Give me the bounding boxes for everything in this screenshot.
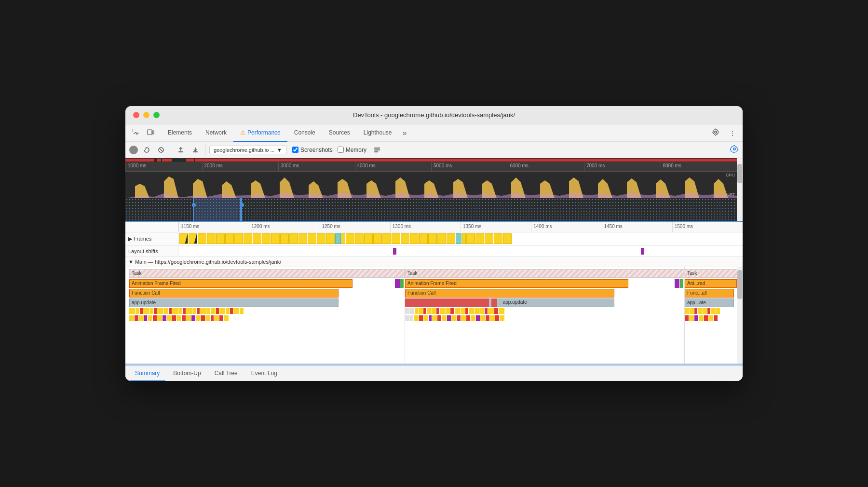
net-label: NET (726, 192, 735, 197)
devtools-panel: Elements Network ⚠ Performance Console S… (125, 124, 743, 381)
main-tick-1: 1200 ms (249, 222, 319, 232)
task-group-2: Task Animation Frame Fired Function Call (405, 267, 685, 364)
toolbar-separator (171, 145, 171, 155)
ruler-tick-6: 7000 ms (584, 162, 661, 171)
green-anim-1 (400, 279, 404, 288)
svg-line-5 (160, 149, 163, 151)
ruler-tick-4: 5000 ms (431, 162, 508, 171)
svg-rect-6 (178, 151, 183, 152)
tab-bottom-up[interactable]: Bottom-Up (167, 366, 206, 381)
clear-perf-button[interactable] (371, 144, 383, 156)
main-scrollbar-thumb[interactable] (737, 270, 742, 299)
svg-rect-1 (133, 129, 133, 132)
mini-blocks-2 (129, 315, 405, 321)
tab-lighthouse[interactable]: Lighthouse (357, 124, 399, 142)
app-update-1: app.update (129, 298, 339, 307)
svg-rect-10 (374, 151, 378, 152)
toolbar: googlechrome.github.io ... ▼ Screenshots… (125, 142, 743, 158)
perf-settings-icon[interactable] (730, 145, 739, 155)
svg-rect-3 (152, 131, 154, 134)
mini-blocks-6 (685, 315, 743, 321)
animation-frame-1: Animation Frame Fired (129, 279, 353, 288)
layout-shifts-content (178, 246, 743, 256)
tab-bar: Elements Network ⚠ Performance Console S… (125, 124, 743, 142)
main-tick-6: 1450 ms (602, 222, 672, 232)
green-anim-2 (680, 279, 683, 288)
screenshots-strip (125, 198, 737, 221)
task-block-1: Task (129, 269, 405, 278)
svg-rect-7 (193, 151, 198, 152)
tab-summary[interactable]: Summary (129, 366, 165, 381)
tab-network[interactable]: Network (199, 124, 233, 142)
memory-checkbox[interactable]: Memory (338, 147, 366, 153)
toolbar-options: Screenshots Memory (292, 144, 383, 156)
main-tick-0: 1150 ms (178, 222, 249, 232)
purple-anim-2 (675, 279, 679, 288)
main-scrollbar[interactable] (737, 267, 743, 364)
tab-event-log[interactable]: Event Log (245, 366, 283, 381)
task-group-3: Task Ani...red Func...all app...ate (685, 267, 743, 364)
app-update-label: app.update (503, 299, 527, 305)
mini-blocks-5 (685, 308, 743, 314)
settings-icon[interactable] (709, 126, 722, 139)
devtools-window: DevTools - googlechrome.github.io/devtoo… (125, 106, 743, 381)
mini-blocks-1 (129, 308, 405, 314)
ruler-tick-1: 2000 ms (202, 162, 279, 171)
more-tabs-button[interactable]: » (399, 129, 411, 137)
maximize-button[interactable] (153, 112, 160, 118)
svg-rect-2 (148, 130, 152, 135)
overview-scrollbar[interactable] (737, 158, 743, 221)
ruler-tick-5: 6000 ms (508, 162, 584, 171)
tab-bar-right: ⋮ (709, 126, 739, 139)
purple-anim-1 (395, 279, 400, 288)
close-button[interactable] (133, 112, 139, 118)
main-ruler: 1150 ms 1200 ms 1250 ms 1300 ms 1350 ms … (125, 222, 743, 232)
main-tick-4: 1350 ms (461, 222, 531, 232)
function-call-1: Function Call (129, 289, 339, 298)
selection-overlay[interactable] (193, 198, 241, 221)
tab-elements[interactable]: Elements (161, 124, 199, 142)
more-options-icon[interactable]: ⋮ (726, 127, 739, 139)
app-update-red2 (491, 298, 497, 307)
tab-console[interactable]: Console (287, 124, 322, 142)
frames-track: ▶ Frames // Will be rendered below (125, 232, 743, 246)
main-tick-7: 1500 ms (672, 222, 743, 232)
progress-bar (125, 364, 743, 365)
toolbar-separator-2 (205, 145, 205, 155)
timeline-overview[interactable]: 1000 ms 2000 ms 3000 ms 4000 ms 5000 ms … (125, 158, 743, 221)
minimize-button[interactable] (143, 112, 149, 118)
upload-button[interactable] (175, 144, 187, 156)
download-button[interactable] (190, 144, 201, 156)
layout-shift-2 (641, 248, 644, 255)
screenshots-checkbox[interactable]: Screenshots (292, 147, 333, 153)
scrollbar-thumb[interactable] (737, 164, 742, 183)
traffic-lights (133, 112, 160, 118)
url-dropdown[interactable]: googlechrome.github.io ... ▼ (209, 146, 286, 154)
main-timeline: 1150 ms 1200 ms 1250 ms 1300 ms 1350 ms … (125, 221, 743, 365)
app-update-3: app...ate (685, 298, 734, 307)
svg-rect-9 (374, 149, 380, 150)
tab-performance[interactable]: ⚠ Performance (233, 124, 287, 142)
device-toolbar-icon[interactable] (144, 126, 157, 139)
tab-call-tree[interactable]: Call Tree (209, 366, 244, 381)
animation-frame-3: Ani...red (685, 279, 737, 288)
inspect-element-icon[interactable] (129, 126, 143, 139)
task-block-2: Task (405, 269, 684, 278)
reload-button[interactable] (141, 144, 152, 156)
ruler-tick-0: 1000 ms (125, 162, 202, 171)
svg-rect-8 (374, 148, 380, 149)
tab-bar-left-icons (129, 126, 157, 139)
overview-ruler: 1000 ms 2000 ms 3000 ms 4000 ms 5000 ms … (125, 162, 737, 172)
mini-blocks-4 (405, 315, 684, 321)
main-tick-5: 1400 ms (531, 222, 601, 232)
function-call-3: Func...all (685, 289, 734, 298)
layout-shifts-track: Layout shifts (125, 246, 743, 257)
record-button[interactable] (129, 146, 138, 154)
frames-label: ▶ Frames (125, 232, 178, 245)
app-update-red (405, 298, 489, 307)
mini-blocks-3 (405, 308, 684, 314)
layout-shift-1 (393, 248, 396, 255)
clear-button[interactable] (155, 144, 167, 156)
tab-sources[interactable]: Sources (322, 124, 357, 142)
animation-frame-2: Animation Frame Fired (405, 279, 628, 288)
